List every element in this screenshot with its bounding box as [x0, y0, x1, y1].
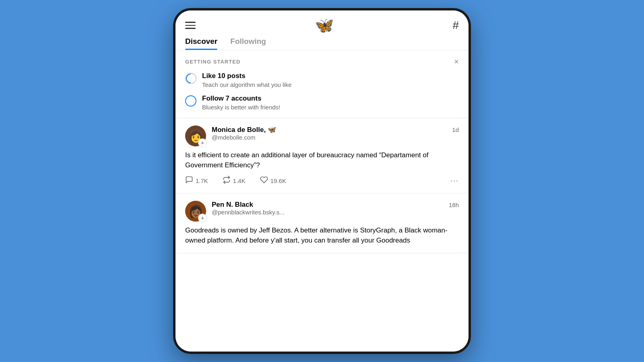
post-monica-meta: Monica de Bolle, 🦋 1d @mdebolle.com [212, 125, 459, 146]
phone-screen: 🦋 # Discover Following GETTING STARTED × [175, 10, 469, 352]
post-monica-repost-count: 1.4K [233, 177, 246, 184]
post-pen-content: Goodreads is owned by Jeff Bezos. A bett… [185, 226, 459, 245]
post-monica: 👩 + Monica de Bolle, 🦋 1d @mdebolle.com [175, 118, 469, 193]
post-monica-comment-count: 1.7K [196, 177, 208, 184]
getting-started-title: GETTING STARTED [185, 59, 240, 65]
post-monica-actions: 1.7K 1.4K 19.6K ··· [185, 176, 459, 186]
post-monica-author-line: Monica de Bolle, 🦋 1d [212, 125, 459, 134]
post-pen-avatar-wrapper: 👩🏾 + [185, 201, 206, 222]
hamburger-button[interactable] [185, 22, 196, 29]
post-monica-more-button[interactable]: ··· [450, 177, 459, 185]
getting-started-section: GETTING STARTED × Like 10 posts Teach ou… [175, 50, 469, 118]
task-follow-accounts-subtitle: Bluesky is better with friends! [202, 104, 280, 111]
post-pen-header: 👩🏾 + Pen N. Black 18h @pennblackwrites.b… [185, 201, 459, 222]
tab-bar: Discover Following [175, 33, 469, 50]
task-like-posts-title: Like 10 posts [202, 72, 292, 80]
post-monica-like-button[interactable]: 19.6K [260, 176, 286, 186]
phone-container: 🦋 # Discover Following GETTING STARTED × [173, 8, 471, 354]
comment-icon [185, 176, 193, 186]
post-monica-add-button[interactable]: + [198, 138, 207, 147]
bluesky-logo: 🦋 [315, 18, 334, 33]
post-monica-header: 👩 + Monica de Bolle, 🦋 1d @mdebolle.com [185, 125, 459, 146]
post-monica-comment-button[interactable]: 1.7K [185, 176, 208, 186]
post-monica-handle: @mdebolle.com [212, 134, 459, 141]
task-follow-accounts: Follow 7 accounts Bluesky is better with… [185, 95, 459, 111]
post-monica-repost-button[interactable]: 1.4K [223, 176, 246, 186]
main-content: GETTING STARTED × Like 10 posts Teach ou… [175, 50, 469, 352]
repost-icon [223, 176, 231, 186]
app-header: 🦋 # [175, 10, 469, 33]
post-monica-time: 1d [452, 126, 459, 133]
post-pen-handle: @pennblackwrites.bsky.s... [212, 209, 459, 216]
task-like-posts-subtitle: Teach our algorithm what you like [202, 81, 292, 88]
task-follow-accounts-circle [185, 95, 196, 107]
post-pen-meta: Pen N. Black 18h @pennblackwrites.bsky.s… [212, 201, 459, 222]
task-like-posts-circle [185, 73, 196, 84]
post-monica-avatar-wrapper: 👩 + [185, 125, 206, 146]
post-pen-author-line: Pen N. Black 18h [212, 201, 459, 209]
tab-following[interactable]: Following [230, 37, 266, 50]
post-pen-author-name: Pen N. Black [212, 201, 253, 209]
like-icon [260, 176, 268, 186]
getting-started-header: GETTING STARTED × [185, 58, 459, 66]
task-follow-accounts-title: Follow 7 accounts [202, 95, 280, 103]
post-monica-author-name: Monica de Bolle, 🦋 [212, 125, 276, 134]
task-follow-accounts-text: Follow 7 accounts Bluesky is better with… [202, 95, 280, 111]
close-getting-started-button[interactable]: × [454, 58, 459, 66]
post-pen: 👩🏾 + Pen N. Black 18h @pennblackwrites.b… [175, 193, 469, 253]
post-pen-add-button[interactable]: + [198, 214, 207, 222]
post-monica-content: Is it efficient to create an additional … [185, 150, 459, 170]
tab-discover[interactable]: Discover [185, 37, 217, 50]
task-like-posts: Like 10 posts Teach our algorithm what y… [185, 72, 459, 88]
post-monica-like-count: 19.6K [270, 177, 286, 184]
hashtag-button[interactable]: # [452, 19, 459, 32]
task-like-posts-text: Like 10 posts Teach our algorithm what y… [202, 72, 292, 88]
post-pen-time: 18h [449, 202, 459, 208]
